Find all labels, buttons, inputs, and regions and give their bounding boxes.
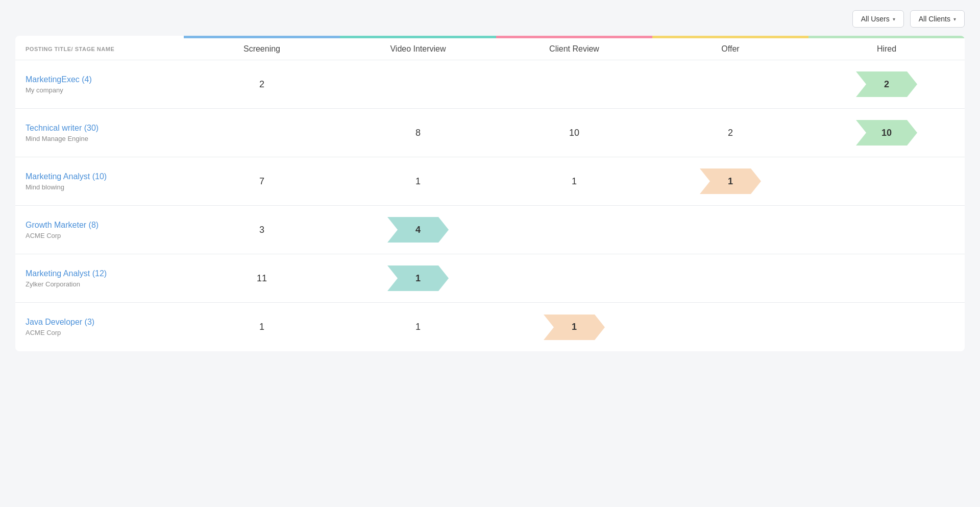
job-info: Technical writer (30) Mind Manage Engine [15, 113, 184, 153]
cr-value: 10 [569, 128, 579, 138]
table-row: Java Developer (3) ACME Corp 1 1 1 [15, 303, 965, 351]
cell-hired: 2 [808, 71, 965, 97]
cell-screening: 1 [184, 322, 340, 332]
chevron-down-icon: ▾ [953, 16, 956, 22]
cell-offer: 1 [652, 168, 808, 194]
vi-value: 8 [415, 128, 421, 138]
color-bar-client-review [496, 36, 652, 38]
cell-video-interview: 8 [340, 128, 496, 138]
cell-client-review: 10 [496, 128, 652, 138]
job-title[interactable]: Java Developer (3) [26, 318, 94, 326]
top-bar: All Users ▾ All Clients ▾ [15, 10, 965, 28]
cell-screening: 2 [184, 79, 340, 90]
cell-video-interview: 1 [340, 322, 496, 332]
header-video-interview: Video Interview [340, 44, 496, 54]
job-title[interactable]: Marketing Analyst (12) [26, 269, 107, 278]
screening-value: 11 [257, 273, 267, 284]
header-client-review: Client Review [496, 44, 652, 54]
table-row: Marketing Analyst (10) Mind blowing 7 1 … [15, 157, 965, 206]
color-bar-hired [808, 36, 965, 38]
header-offer: Offer [652, 44, 808, 54]
all-users-label: All Users [861, 15, 890, 23]
chevron-down-icon: ▾ [893, 16, 895, 22]
job-company: Zylker Corporation [26, 280, 174, 288]
job-title[interactable]: Growth Marketer (8) [26, 221, 99, 229]
offer-value: 2 [728, 128, 733, 138]
job-info: Java Developer (3) ACME Corp [15, 307, 184, 347]
cell-video-interview: 4 [340, 217, 496, 243]
cell-screening: 3 [184, 225, 340, 235]
vi-value: 1 [415, 322, 421, 332]
job-info: Growth Marketer (8) ACME Corp [15, 210, 184, 250]
color-bar-video-interview [340, 36, 496, 38]
job-company: My company [26, 86, 174, 94]
screening-value: 7 [259, 176, 264, 187]
job-info: MarketingExec (4) My company [15, 65, 184, 104]
table-row: Technical writer (30) Mind Manage Engine… [15, 109, 965, 157]
table-row: MarketingExec (4) My company 2 [15, 60, 965, 109]
all-users-dropdown[interactable]: All Users ▾ [852, 10, 904, 28]
job-company: ACME Corp [26, 329, 174, 336]
color-bar-offer [652, 36, 808, 38]
job-title[interactable]: Marketing Analyst (10) [26, 172, 107, 181]
cell-screening: 11 [184, 273, 340, 284]
cell-video-interview: 1 [340, 265, 496, 291]
job-company: Mind Manage Engine [26, 135, 174, 142]
cell-offer: 2 [652, 128, 808, 138]
all-clients-label: All Clients [919, 15, 950, 23]
screening-value: 2 [259, 79, 264, 90]
table-row: Growth Marketer (8) ACME Corp 3 4 [15, 206, 965, 254]
cell-video-interview: 1 [340, 176, 496, 187]
cell-client-review: 1 [496, 176, 652, 187]
stage-header-row: POSTING TITLE/ STAGE NAME Screening Vide… [15, 38, 965, 60]
cell-screening: 7 [184, 176, 340, 187]
posting-title-header: POSTING TITLE/ STAGE NAME [15, 44, 184, 54]
header-hired: Hired [808, 44, 965, 54]
cell-hired: 10 [808, 120, 965, 146]
job-info: Marketing Analyst (10) Mind blowing [15, 162, 184, 201]
screening-value: 1 [259, 322, 264, 332]
vi-value: 1 [415, 176, 421, 187]
job-company: Mind blowing [26, 183, 174, 191]
job-title[interactable]: Technical writer (30) [26, 124, 99, 132]
job-company: ACME Corp [26, 232, 174, 239]
header-screening: Screening [184, 44, 340, 54]
job-title[interactable]: MarketingExec (4) [26, 75, 92, 84]
color-bar-screening [184, 36, 340, 38]
table-row: Marketing Analyst (12) Zylker Corporatio… [15, 254, 965, 303]
cell-client-review: 1 [496, 315, 652, 340]
page-container: All Users ▾ All Clients ▾ POSTING TITLE/… [0, 0, 980, 361]
job-info: Marketing Analyst (12) Zylker Corporatio… [15, 259, 184, 298]
all-clients-dropdown[interactable]: All Clients ▾ [910, 10, 965, 28]
cr-value: 1 [572, 176, 577, 187]
screening-value: 3 [259, 225, 264, 235]
pipeline-table: POSTING TITLE/ STAGE NAME Screening Vide… [15, 36, 965, 351]
color-bar [184, 36, 965, 38]
table-body: MarketingExec (4) My company 2 [15, 60, 965, 351]
